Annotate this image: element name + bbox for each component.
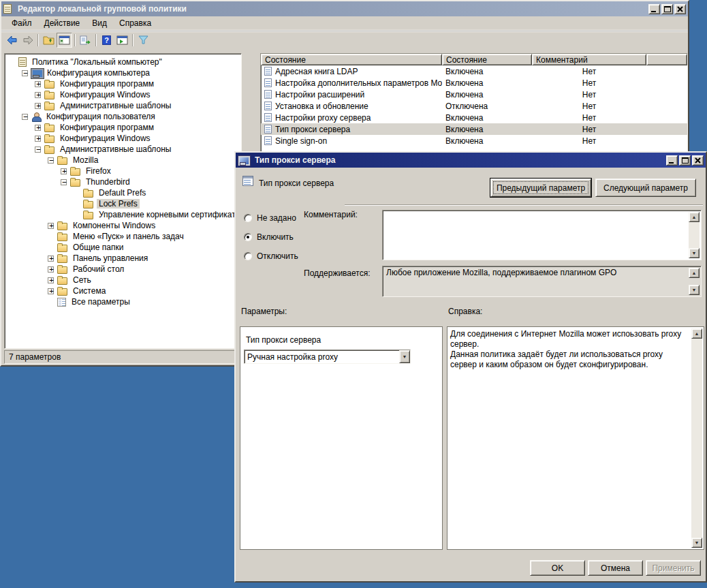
tree-item[interactable]: +Рабочий стол	[7, 264, 240, 275]
chevron-down-icon[interactable]: ▼	[399, 350, 410, 363]
tree-item[interactable]: +Конфигурация Windows	[7, 89, 240, 100]
tree-item-label[interactable]: Конфигурация компьютера	[45, 68, 152, 78]
next-setting-button[interactable]: Следующий параметр	[595, 179, 696, 197]
show-window-icon[interactable]	[114, 33, 130, 48]
radio-option[interactable]: Не задано	[244, 213, 296, 223]
tree-item-label[interactable]: Firefox	[84, 166, 113, 176]
setting-cell[interactable]: Адресная книга LDAP	[261, 67, 442, 76]
collapse-icon[interactable]: −	[61, 179, 67, 185]
dialog-title-bar[interactable]: Тип прокси сервера	[236, 153, 706, 168]
expand-icon[interactable]: +	[35, 103, 41, 109]
expand-icon[interactable]: +	[48, 223, 54, 229]
scroll-up-icon[interactable]: ▲	[689, 212, 700, 222]
tree-item[interactable]: Общие папки	[7, 242, 240, 253]
scroll-down-icon[interactable]: ▼	[691, 538, 702, 548]
menu-действие[interactable]: Действие	[38, 17, 87, 29]
list-row[interactable]: Установка и обновлениеОтключенаНет	[261, 100, 687, 112]
supported-scrollbar[interactable]: ▲ ▼	[689, 268, 700, 295]
menu-файл[interactable]: Файл	[5, 17, 38, 29]
forward-icon[interactable]	[20, 33, 35, 48]
expand-icon[interactable]: +	[48, 288, 54, 294]
tree-item-label[interactable]: Конфигурация Windows	[58, 134, 153, 143]
tree-item-label[interactable]: Административные шаблоны	[58, 144, 173, 154]
list-row[interactable]: Настройки расширенийВключенаНет	[261, 89, 687, 100]
tree-item-label[interactable]: Рабочий стол	[71, 264, 126, 274]
expand-icon[interactable]: +	[48, 256, 54, 262]
list-row[interactable]: Single sign-onВключенаНет	[261, 135, 687, 146]
setting-cell[interactable]: Настройка дополнительных параметров Mozi…	[261, 78, 442, 88]
minimize-button[interactable]	[648, 4, 660, 14]
tree-item[interactable]: +Сеть	[7, 275, 240, 285]
tree-item[interactable]: Меню «Пуск» и панель задач	[7, 231, 240, 242]
maximize-button[interactable]	[679, 155, 691, 166]
tree-item-label[interactable]: Все параметры	[69, 297, 132, 307]
tree-item-label[interactable]: Конфигурация Windows	[58, 90, 153, 99]
tree-item[interactable]: −Thunderbird	[7, 176, 240, 187]
tree-item[interactable]: Управление корневыми сертификатами	[7, 209, 240, 220]
radio-unchecked-icon[interactable]	[244, 214, 252, 222]
tree-item-label[interactable]: Управление корневыми сертификатами	[97, 210, 242, 219]
scroll-up-icon[interactable]: ▲	[691, 328, 702, 339]
export-list-icon[interactable]	[78, 33, 93, 48]
list-row[interactable]: Настройки proxy сервераВключенаНет	[261, 112, 687, 123]
column-header-2[interactable]: Состояние	[442, 54, 532, 65]
tree-item[interactable]: −Административные шаблоны	[7, 144, 240, 155]
radio-unchecked-icon[interactable]	[244, 252, 252, 260]
tree-item[interactable]: +Firefox	[7, 166, 240, 176]
tree-item-label[interactable]: Конфигурация пользователя	[44, 112, 157, 121]
scroll-down-icon[interactable]: ▼	[689, 248, 700, 258]
tree-item[interactable]: +Компоненты Windows	[7, 220, 240, 231]
tree-item-label[interactable]: Система	[71, 286, 108, 296]
tree-item-label[interactable]: Thunderbird	[84, 177, 132, 187]
tree-item[interactable]: Default Prefs	[7, 187, 240, 198]
setting-cell[interactable]: Установка и обновление	[261, 102, 442, 111]
column-header-1[interactable]: Состояние	[261, 54, 442, 65]
tree-item-label[interactable]: Компоненты Windows	[71, 221, 157, 230]
expand-icon[interactable]: +	[48, 266, 54, 273]
tree-item[interactable]: Lock Prefs	[7, 198, 240, 209]
collapse-icon[interactable]: −	[22, 70, 28, 76]
setting-cell[interactable]: Настройки расширений	[261, 90, 442, 99]
tree-item[interactable]: +Панель управления	[7, 253, 240, 264]
comment-input[interactable]: ▲ ▼	[382, 210, 702, 260]
tree-item-label[interactable]: Политика "Локальный компьютер"	[30, 57, 164, 67]
tree-item-label[interactable]: Default Prefs	[97, 188, 148, 198]
menu-справка[interactable]: Справка	[113, 17, 157, 29]
tree-item[interactable]: −Конфигурация компьютера	[7, 67, 240, 78]
tree-item[interactable]: +Конфигурация программ	[7, 78, 240, 89]
expand-icon[interactable]: +	[48, 277, 54, 283]
tree-item[interactable]: Все параметры	[7, 296, 240, 307]
maximize-button[interactable]	[661, 4, 673, 14]
tree-item-label[interactable]: Mozilla	[71, 155, 100, 165]
comment-scrollbar[interactable]: ▲ ▼	[689, 212, 700, 258]
tree-item[interactable]: +Конфигурация Windows	[7, 133, 240, 144]
help-icon[interactable]: ?	[99, 33, 114, 48]
tree-item-label[interactable]: Lock Prefs	[97, 199, 140, 208]
tree-item-label[interactable]: Сеть	[71, 275, 93, 285]
console-tree-icon[interactable]	[57, 33, 72, 48]
setting-cell[interactable]: Single sign-on	[261, 136, 442, 146]
proxy-type-dropdown[interactable]: Ручная настройка proxy ▼	[244, 350, 411, 364]
tree-item[interactable]: Политика "Локальный компьютер"	[7, 57, 240, 67]
radio-option[interactable]: Отключить	[244, 251, 298, 261]
tree-item[interactable]: +Административные шаблоны	[7, 100, 240, 111]
radio-option[interactable]: Включить	[244, 232, 294, 242]
back-icon[interactable]	[4, 33, 20, 48]
expand-icon[interactable]: +	[35, 136, 41, 142]
tree-item[interactable]: +Конфигурация программ	[7, 122, 240, 133]
tree-item-label[interactable]: Конфигурация программ	[58, 123, 156, 132]
setting-cell[interactable]: Настройки proxy сервера	[261, 113, 442, 123]
ok-button[interactable]: OK	[530, 560, 585, 576]
close-button[interactable]	[674, 4, 686, 14]
help-scrollbar[interactable]: ▲ ▼	[691, 328, 702, 548]
column-header-4[interactable]	[646, 54, 687, 65]
tree-item[interactable]: −Mozilla	[7, 155, 240, 166]
setting-cell[interactable]: Тип прокси сервера	[261, 125, 442, 134]
expand-icon[interactable]: +	[35, 81, 41, 87]
previous-setting-button[interactable]: Предыдущий параметр	[490, 179, 591, 197]
radio-checked-icon[interactable]	[244, 233, 252, 241]
expand-icon[interactable]: +	[35, 125, 41, 131]
up-folder-icon[interactable]	[41, 33, 57, 48]
expand-icon[interactable]: +	[35, 92, 41, 98]
minimize-button[interactable]	[666, 155, 678, 166]
